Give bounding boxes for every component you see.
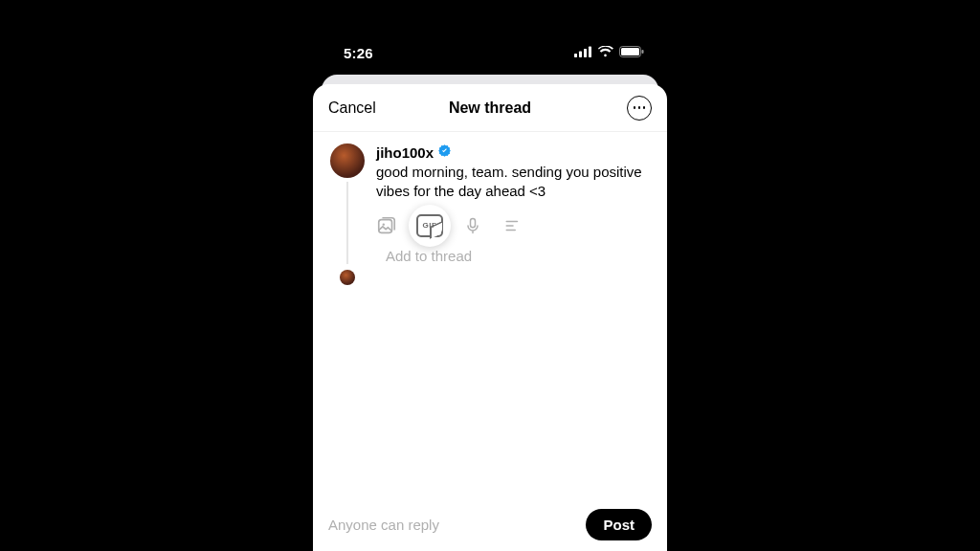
gif-button[interactable]: GIF <box>409 205 451 247</box>
post-button[interactable]: Post <box>586 509 652 540</box>
image-attach-icon[interactable] <box>376 215 397 236</box>
username-row: jiho100x <box>376 143 652 161</box>
thread-gutter <box>328 143 367 503</box>
compose-area: jiho100x good morning, team. sending you… <box>313 132 667 503</box>
cellular-icon <box>574 44 591 61</box>
svg-rect-6 <box>642 50 644 54</box>
thread-line <box>346 182 348 264</box>
username[interactable]: jiho100x <box>376 144 434 161</box>
more-options-button[interactable] <box>627 96 652 121</box>
poll-icon[interactable] <box>502 215 523 236</box>
phone-frame: 5:26 Cancel New thread <box>313 31 667 551</box>
attachment-row: GIF <box>376 209 652 242</box>
reply-audience-button[interactable]: Anyone can reply <box>328 517 439 533</box>
add-to-thread-row[interactable]: Add to thread <box>376 248 652 264</box>
compose-content: jiho100x good morning, team. sending you… <box>367 143 652 503</box>
status-time: 5:26 <box>344 45 373 61</box>
post-body[interactable]: good morning, team. sending you positive… <box>376 163 652 200</box>
avatar-small <box>340 270 355 285</box>
battery-icon <box>619 44 644 61</box>
svg-rect-0 <box>574 54 577 57</box>
sheet-header: Cancel New thread <box>313 84 667 132</box>
svg-rect-7 <box>379 220 392 233</box>
svg-rect-2 <box>584 49 587 57</box>
status-icons <box>574 44 644 61</box>
sheet-footer: Anyone can reply Post <box>313 503 667 551</box>
mic-icon[interactable] <box>462 215 483 236</box>
add-to-thread-placeholder: Add to thread <box>386 248 472 264</box>
avatar[interactable] <box>330 143 365 178</box>
cancel-button[interactable]: Cancel <box>328 99 376 117</box>
gif-icon: GIF <box>416 214 443 237</box>
status-bar: 5:26 <box>313 31 667 75</box>
svg-rect-9 <box>471 219 476 228</box>
svg-point-8 <box>383 223 385 225</box>
verified-badge-icon <box>437 143 452 161</box>
svg-rect-1 <box>579 52 582 58</box>
svg-rect-5 <box>621 48 639 55</box>
svg-rect-3 <box>589 47 591 58</box>
compose-sheet: Cancel New thread jiho100x good morning, <box>313 84 667 551</box>
wifi-icon <box>597 44 613 61</box>
